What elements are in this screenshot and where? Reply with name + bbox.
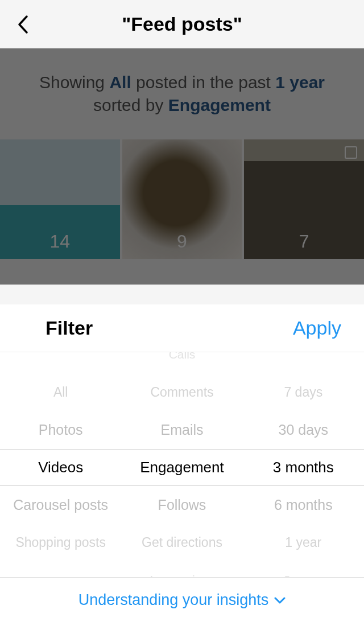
post-thumbnail[interactable]: 14 — [0, 139, 120, 259]
chevron-left-icon — [17, 15, 28, 34]
picker-option[interactable]: Comments — [150, 373, 213, 411]
summary-posted-in: posted in the past — [136, 73, 271, 92]
picker-option[interactable]: Photos — [39, 411, 83, 448]
picker-option[interactable]: Calls — [169, 352, 196, 373]
filter-title: Filter — [46, 317, 93, 339]
picker-option[interactable]: 30 days — [279, 411, 329, 448]
picker-container: AllPhotosVideosCarousel postsShopping po… — [0, 352, 364, 577]
picker-timeframe[interactable]: 7 days30 days3 months6 months1 year2 yea… — [243, 352, 364, 577]
sheet-header: Filter Apply — [0, 304, 364, 352]
post-count: 9 — [177, 231, 187, 252]
picker-option[interactable]: Carousel posts — [13, 486, 108, 524]
picker-option[interactable]: 1 year — [285, 524, 321, 561]
picker-option[interactable]: All — [53, 373, 68, 411]
summary-type: All — [109, 73, 131, 92]
picker-option[interactable]: 2 years — [284, 561, 323, 577]
post-count: 7 — [299, 231, 309, 252]
carousel-icon — [345, 146, 357, 159]
picker-option[interactable]: Emails — [160, 411, 203, 448]
post-thumbnail[interactable]: 9 — [122, 139, 242, 259]
picker-option[interactable]: 6 months — [274, 486, 333, 524]
picker-type[interactable]: AllPhotosVideosCarousel postsShopping po… — [0, 352, 121, 577]
picker-option[interactable]: Get directions — [142, 524, 222, 561]
insights-link[interactable]: Understanding your insights — [0, 578, 364, 622]
post-grid: 14 9 7 — [0, 139, 364, 259]
summary-metric: Engagement — [168, 96, 271, 114]
picker-metric[interactable]: CallsCommentsEmailsEngagementFollowsGet … — [121, 352, 242, 577]
insights-label: Understanding your insights — [78, 591, 269, 609]
back-button[interactable] — [11, 13, 34, 36]
header: "Feed posts" — [0, 0, 364, 48]
apply-button[interactable]: Apply — [293, 317, 341, 339]
picker-option[interactable]: Impressions — [150, 561, 214, 577]
filter-summary[interactable]: Showing All posted in the past 1 year so… — [0, 48, 364, 139]
chevron-down-icon — [274, 596, 286, 604]
picker-option[interactable]: 7 days — [284, 373, 322, 411]
picker-option[interactable]: Videos — [38, 448, 83, 486]
page-title: "Feed posts" — [34, 13, 330, 35]
filter-sheet: Filter Apply AllPhotosVideosCarousel pos… — [0, 304, 364, 622]
picker-option[interactable]: Engagement — [140, 448, 224, 486]
summary-timeframe: 1 year — [275, 73, 325, 92]
post-thumbnail[interactable]: 7 — [244, 139, 364, 259]
post-count: 14 — [50, 231, 71, 252]
picker-option[interactable]: 3 months — [273, 448, 334, 486]
summary-showing: Showing — [39, 73, 105, 92]
picker-option[interactable]: Shopping posts — [15, 524, 106, 561]
summary-sorted-by: sorted by — [93, 96, 163, 114]
picker-option[interactable]: Follows — [158, 486, 206, 524]
background-content: Showing All posted in the past 1 year so… — [0, 48, 364, 285]
